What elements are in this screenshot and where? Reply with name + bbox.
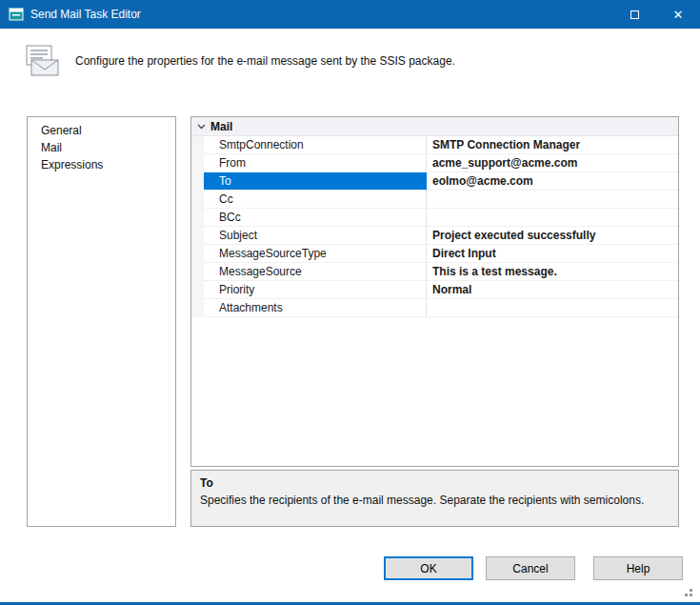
sidebar-item-expressions[interactable]: Expressions	[28, 156, 175, 173]
property-description-text: Specifies the recipients of the e-mail m…	[200, 494, 670, 507]
property-name: Priority	[204, 281, 427, 299]
row-indent	[191, 154, 204, 172]
category-label: Mail	[210, 120, 232, 133]
property-value[interactable]: SMTP Connection Manager	[427, 136, 678, 154]
titlebar-buttons: ✕	[612, 0, 700, 29]
property-name: MessageSource	[204, 263, 427, 281]
mail-envelope-icon	[24, 45, 60, 77]
dialog-header: Configure the properties for the e-mail …	[24, 42, 676, 80]
property-name: BCc	[204, 209, 427, 227]
close-button[interactable]: ✕	[656, 0, 700, 29]
row-priority[interactable]: Priority Normal	[191, 281, 678, 299]
property-value[interactable]: This is a test message.	[427, 263, 678, 281]
property-value[interactable]: Project executed successfully	[427, 227, 678, 245]
property-name: Attachments	[204, 299, 427, 317]
help-button[interactable]: Help	[593, 556, 683, 580]
row-indent	[191, 172, 204, 191]
property-name: From	[204, 154, 427, 172]
resize-grip[interactable]	[683, 589, 692, 598]
property-value[interactable]: Normal	[427, 281, 678, 299]
property-name: SmtpConnection	[204, 136, 427, 154]
row-indent	[191, 299, 204, 317]
property-description-panel: To Specifies the recipients of the e-mai…	[190, 470, 679, 527]
property-value[interactable]	[427, 209, 678, 227]
pages-list: General Mail Expressions	[27, 116, 176, 527]
collapse-chevron-icon	[191, 124, 210, 130]
sidebar-item-general[interactable]: General	[28, 122, 175, 139]
row-cc[interactable]: Cc	[191, 191, 678, 209]
property-value[interactable]: acme_support@acme.com	[427, 154, 678, 172]
property-value[interactable]: eolmo@acme.com	[427, 172, 678, 191]
sidebar-item-mail[interactable]: Mail	[28, 139, 175, 156]
category-row-mail[interactable]: Mail	[191, 117, 678, 136]
window-title: Send Mail Task Editor	[30, 8, 612, 21]
cancel-button[interactable]: Cancel	[486, 556, 575, 580]
property-name: Subject	[204, 227, 427, 245]
row-subject[interactable]: Subject Project executed successfully	[191, 227, 678, 245]
row-indent	[191, 191, 204, 209]
close-icon: ✕	[673, 8, 684, 22]
row-from[interactable]: From acme_support@acme.com	[191, 154, 678, 172]
row-indent	[191, 281, 204, 299]
property-value[interactable]	[427, 191, 678, 209]
row-message-source[interactable]: MessageSource This is a test message.	[191, 263, 678, 281]
property-name: MessageSourceType	[204, 245, 427, 263]
row-attachments[interactable]: Attachments	[191, 299, 678, 317]
titlebar[interactable]: Send Mail Task Editor ✕	[0, 0, 700, 29]
app-icon	[9, 7, 24, 22]
row-indent	[191, 245, 204, 263]
property-grid: Mail SmtpConnection SMTP Connection Mana…	[190, 116, 679, 467]
row-indent	[191, 209, 204, 227]
row-bcc[interactable]: BCc	[191, 209, 678, 227]
property-value[interactable]	[427, 299, 678, 317]
send-mail-task-editor-dialog: Send Mail Task Editor ✕ Configure the pr…	[0, 0, 700, 605]
row-smtp-connection[interactable]: SmtpConnection SMTP Connection Manager	[191, 136, 678, 154]
dialog-description: Configure the properties for the e-mail …	[75, 54, 455, 68]
property-name: To	[204, 172, 427, 191]
row-indent	[191, 227, 204, 245]
row-to[interactable]: To eolmo@acme.com	[191, 172, 678, 191]
property-value[interactable]: Direct Input	[427, 245, 678, 263]
maximize-button[interactable]	[612, 0, 656, 29]
row-indent	[191, 136, 204, 154]
row-indent	[191, 263, 204, 281]
ok-button[interactable]: OK	[384, 556, 473, 580]
maximize-icon	[630, 10, 639, 19]
row-message-source-type[interactable]: MessageSourceType Direct Input	[191, 245, 678, 263]
property-name: Cc	[204, 191, 427, 209]
property-description-title: To	[200, 476, 670, 490]
